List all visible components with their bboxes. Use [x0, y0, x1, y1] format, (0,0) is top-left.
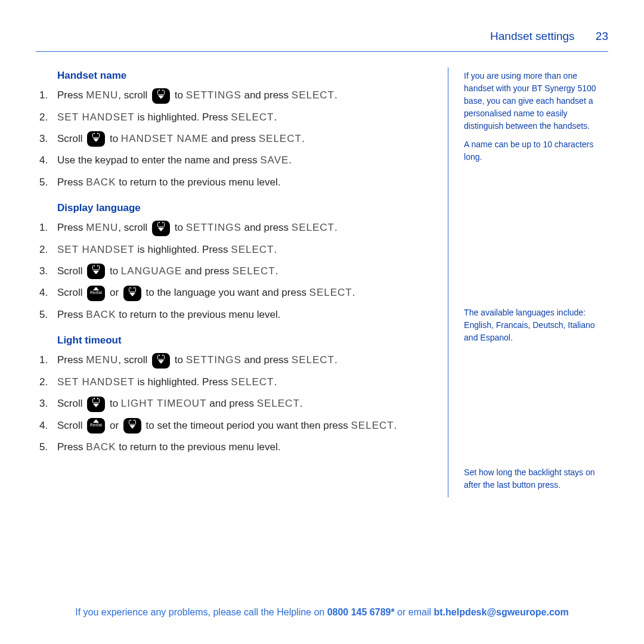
- lcd-text: MENU: [86, 354, 118, 366]
- lcd-text: SELECT: [231, 376, 274, 388]
- list-item: 2. SET HANDSET is highlighted. Press SEL…: [36, 242, 412, 258]
- lcd-text: BACK: [86, 309, 116, 320]
- text: Scroll: [57, 133, 85, 144]
- text: Scroll: [57, 265, 85, 277]
- text: to: [172, 89, 186, 101]
- list-item: 5. Press BACK to return to the previous …: [36, 307, 412, 323]
- text: , scroll: [118, 89, 150, 101]
- lcd-text: HANDSET NAME: [121, 133, 209, 144]
- text: .: [394, 420, 397, 431]
- footer-text: If you experience any problems, please c…: [75, 607, 327, 617]
- scroll-down-icon: [87, 264, 105, 279]
- lcd-text: SELECT: [259, 133, 302, 144]
- sidebar-note-group-1: If you are using more than one handset w…: [464, 70, 608, 163]
- lcd-text: SET HANDSET: [57, 376, 135, 388]
- sidebar-note-group-3: Set how long the backlight stays on afte…: [464, 466, 608, 491]
- text: .: [275, 265, 278, 277]
- lcd-text: SELECT: [309, 287, 352, 298]
- lcd-text: LANGUAGE: [121, 265, 182, 277]
- steps-light-timeout: 1. Press MENU, scroll to SETTINGS and pr…: [36, 352, 412, 455]
- scroll-down-icon: [87, 397, 105, 412]
- text: to the language you want and press: [143, 287, 309, 298]
- text: .: [335, 222, 338, 233]
- text: or: [107, 420, 122, 431]
- lcd-text: BACK: [86, 441, 116, 453]
- list-item: 2. SET HANDSET is highlighted. Press SEL…: [36, 110, 412, 125]
- text: Press: [57, 222, 86, 233]
- list-item: 4. Scroll Redial or to the language you …: [36, 285, 412, 301]
- text: to return to the previous menu level.: [116, 309, 280, 320]
- text: to: [172, 354, 186, 366]
- text: to: [172, 222, 186, 233]
- text: Scroll: [57, 420, 85, 431]
- text: , scroll: [118, 222, 150, 233]
- section-heading-handset-name: Handset name: [57, 70, 412, 82]
- sidebar-note-group-2: The available languages include: English…: [464, 306, 608, 344]
- scroll-up-redial-icon: Redial: [87, 286, 105, 301]
- text: is highlighted. Press: [135, 244, 231, 255]
- steps-handset-name: 1. Press MENU, scroll to SETTINGS and pr…: [36, 88, 412, 190]
- lcd-text: SAVE: [260, 154, 289, 166]
- lcd-text: BACK: [86, 177, 116, 188]
- text: .: [274, 112, 277, 123]
- list-item: 4. Use the keypad to enter the name and …: [36, 153, 412, 168]
- text: Press: [57, 177, 86, 188]
- lcd-text: MENU: [86, 222, 118, 233]
- text: to return to the previous menu level.: [116, 441, 280, 453]
- lcd-text: MENU: [86, 89, 118, 101]
- sidebar-column: If you are using more than one handset w…: [448, 67, 608, 497]
- text: .: [274, 376, 277, 388]
- text: and press: [242, 89, 292, 101]
- scroll-down-icon: [152, 353, 170, 369]
- text: Press: [57, 309, 86, 320]
- text: .: [335, 354, 338, 366]
- list-item: 4. Scroll Redial or to set the timeout p…: [36, 418, 412, 434]
- scroll-up-redial-icon: Redial: [87, 418, 105, 434]
- header-rule: [36, 51, 608, 52]
- text: and press: [242, 222, 292, 233]
- text: Scroll: [57, 287, 85, 298]
- text: .: [302, 133, 305, 144]
- scroll-down-icon: [87, 131, 105, 147]
- lcd-text: SELECT: [231, 112, 274, 123]
- page-header: Handset settings 23: [36, 30, 608, 43]
- page-footer: If you experience any problems, please c…: [0, 607, 644, 618]
- text: or: [107, 287, 122, 298]
- text: , scroll: [118, 354, 150, 366]
- footer-email: bt.helpdesk@sgweurope.com: [434, 607, 568, 617]
- text: and press: [207, 398, 257, 409]
- list-item: 3. Scroll to LANGUAGE and press SELECT.: [36, 264, 412, 280]
- lcd-text: SELECT: [292, 354, 335, 366]
- text: .: [274, 244, 277, 255]
- list-item: 1. Press MENU, scroll to SETTINGS and pr…: [36, 220, 412, 236]
- text: and press: [209, 133, 259, 144]
- header-page-number: 23: [596, 30, 608, 42]
- lcd-text: SELECT: [292, 222, 335, 233]
- sidebar-note: Set how long the backlight stays on afte…: [464, 466, 608, 491]
- text: Press: [57, 441, 86, 453]
- manual-page: Handset settings 23 Handset name 1. Pres…: [0, 0, 644, 644]
- lcd-text: SELECT: [292, 89, 335, 101]
- list-item: 1. Press MENU, scroll to SETTINGS and pr…: [36, 352, 412, 369]
- list-item: 3. Scroll to HANDSET NAME and press SELE…: [36, 131, 412, 147]
- sidebar-note: The available languages include: English…: [464, 306, 608, 344]
- text: to: [107, 398, 121, 409]
- text: .: [335, 89, 338, 101]
- main-column: Handset name 1. Press MENU, scroll to SE…: [36, 67, 424, 497]
- list-item: 3. Scroll to LIGHT TIMEOUT and press SEL…: [36, 396, 412, 412]
- scroll-down-icon: [152, 88, 170, 104]
- steps-display-language: 1. Press MENU, scroll to SETTINGS and pr…: [36, 220, 412, 323]
- text: Press: [57, 354, 86, 366]
- scroll-down-icon: [123, 418, 141, 434]
- text: Scroll: [57, 398, 85, 409]
- lcd-text: SETTINGS: [186, 354, 242, 366]
- lcd-text: SETTINGS: [186, 89, 242, 101]
- scroll-down-icon: [152, 221, 170, 236]
- text: Press: [57, 89, 86, 101]
- lcd-text: SET HANDSET: [57, 112, 135, 123]
- text: and press: [242, 354, 292, 366]
- sidebar-note: A name can be up to 10 characters long.: [464, 138, 608, 163]
- lcd-text: SELECT: [351, 420, 394, 431]
- text: and press: [182, 265, 232, 277]
- list-item: 5. Press BACK to return to the previous …: [36, 175, 412, 190]
